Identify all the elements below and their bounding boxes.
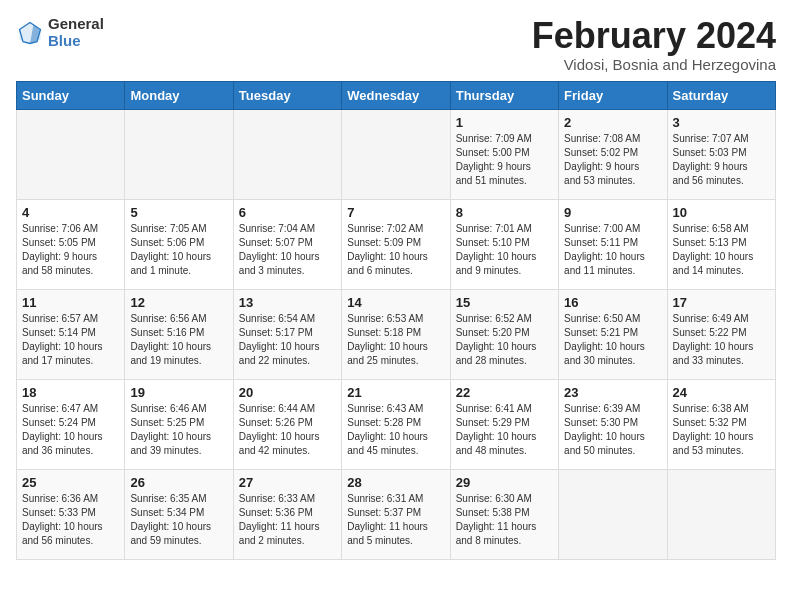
title-block: February 2024 Vidosi, Bosnia and Herzego…	[532, 16, 776, 73]
calendar-week-row: 11Sunrise: 6:57 AM Sunset: 5:14 PM Dayli…	[17, 289, 776, 379]
day-info: Sunrise: 6:49 AM Sunset: 5:22 PM Dayligh…	[673, 312, 770, 368]
day-number: 5	[130, 205, 227, 220]
calendar-cell	[233, 109, 341, 199]
day-info: Sunrise: 6:58 AM Sunset: 5:13 PM Dayligh…	[673, 222, 770, 278]
calendar-cell: 20Sunrise: 6:44 AM Sunset: 5:26 PM Dayli…	[233, 379, 341, 469]
day-info: Sunrise: 7:04 AM Sunset: 5:07 PM Dayligh…	[239, 222, 336, 278]
calendar-cell: 28Sunrise: 6:31 AM Sunset: 5:37 PM Dayli…	[342, 469, 450, 559]
calendar-cell	[559, 469, 667, 559]
weekday-header: Saturday	[667, 81, 775, 109]
day-number: 26	[130, 475, 227, 490]
day-info: Sunrise: 7:01 AM Sunset: 5:10 PM Dayligh…	[456, 222, 553, 278]
calendar-cell: 19Sunrise: 6:46 AM Sunset: 5:25 PM Dayli…	[125, 379, 233, 469]
calendar-cell: 15Sunrise: 6:52 AM Sunset: 5:20 PM Dayli…	[450, 289, 558, 379]
calendar-week-row: 1Sunrise: 7:09 AM Sunset: 5:00 PM Daylig…	[17, 109, 776, 199]
calendar-cell: 10Sunrise: 6:58 AM Sunset: 5:13 PM Dayli…	[667, 199, 775, 289]
calendar-cell: 16Sunrise: 6:50 AM Sunset: 5:21 PM Dayli…	[559, 289, 667, 379]
day-info: Sunrise: 6:31 AM Sunset: 5:37 PM Dayligh…	[347, 492, 444, 548]
day-info: Sunrise: 6:47 AM Sunset: 5:24 PM Dayligh…	[22, 402, 119, 458]
day-info: Sunrise: 6:33 AM Sunset: 5:36 PM Dayligh…	[239, 492, 336, 548]
logo: General Blue	[16, 16, 104, 49]
calendar-week-row: 4Sunrise: 7:06 AM Sunset: 5:05 PM Daylig…	[17, 199, 776, 289]
calendar-cell: 11Sunrise: 6:57 AM Sunset: 5:14 PM Dayli…	[17, 289, 125, 379]
calendar-cell: 21Sunrise: 6:43 AM Sunset: 5:28 PM Dayli…	[342, 379, 450, 469]
calendar-cell: 22Sunrise: 6:41 AM Sunset: 5:29 PM Dayli…	[450, 379, 558, 469]
day-info: Sunrise: 7:07 AM Sunset: 5:03 PM Dayligh…	[673, 132, 770, 188]
day-number: 9	[564, 205, 661, 220]
day-number: 12	[130, 295, 227, 310]
day-info: Sunrise: 6:41 AM Sunset: 5:29 PM Dayligh…	[456, 402, 553, 458]
day-info: Sunrise: 6:44 AM Sunset: 5:26 PM Dayligh…	[239, 402, 336, 458]
weekday-header: Tuesday	[233, 81, 341, 109]
calendar-cell: 6Sunrise: 7:04 AM Sunset: 5:07 PM Daylig…	[233, 199, 341, 289]
calendar-cell	[17, 109, 125, 199]
calendar-cell: 1Sunrise: 7:09 AM Sunset: 5:00 PM Daylig…	[450, 109, 558, 199]
logo-blue: Blue	[48, 33, 104, 50]
calendar-cell: 4Sunrise: 7:06 AM Sunset: 5:05 PM Daylig…	[17, 199, 125, 289]
day-number: 7	[347, 205, 444, 220]
day-number: 29	[456, 475, 553, 490]
calendar-cell: 23Sunrise: 6:39 AM Sunset: 5:30 PM Dayli…	[559, 379, 667, 469]
calendar-table: SundayMondayTuesdayWednesdayThursdayFrid…	[16, 81, 776, 560]
day-number: 19	[130, 385, 227, 400]
calendar-cell: 13Sunrise: 6:54 AM Sunset: 5:17 PM Dayli…	[233, 289, 341, 379]
day-number: 2	[564, 115, 661, 130]
day-info: Sunrise: 6:35 AM Sunset: 5:34 PM Dayligh…	[130, 492, 227, 548]
day-number: 18	[22, 385, 119, 400]
logo-text: General Blue	[48, 16, 104, 49]
day-info: Sunrise: 6:50 AM Sunset: 5:21 PM Dayligh…	[564, 312, 661, 368]
day-number: 21	[347, 385, 444, 400]
day-info: Sunrise: 6:56 AM Sunset: 5:16 PM Dayligh…	[130, 312, 227, 368]
weekday-header: Sunday	[17, 81, 125, 109]
day-number: 15	[456, 295, 553, 310]
month-title: February 2024	[532, 16, 776, 56]
day-info: Sunrise: 6:30 AM Sunset: 5:38 PM Dayligh…	[456, 492, 553, 548]
day-number: 17	[673, 295, 770, 310]
day-info: Sunrise: 6:43 AM Sunset: 5:28 PM Dayligh…	[347, 402, 444, 458]
calendar-body: 1Sunrise: 7:09 AM Sunset: 5:00 PM Daylig…	[17, 109, 776, 559]
location-subtitle: Vidosi, Bosnia and Herzegovina	[532, 56, 776, 73]
weekday-header: Friday	[559, 81, 667, 109]
calendar-cell: 27Sunrise: 6:33 AM Sunset: 5:36 PM Dayli…	[233, 469, 341, 559]
day-number: 20	[239, 385, 336, 400]
calendar-cell	[342, 109, 450, 199]
weekday-row: SundayMondayTuesdayWednesdayThursdayFrid…	[17, 81, 776, 109]
calendar-cell: 29Sunrise: 6:30 AM Sunset: 5:38 PM Dayli…	[450, 469, 558, 559]
day-number: 28	[347, 475, 444, 490]
day-number: 27	[239, 475, 336, 490]
day-info: Sunrise: 6:38 AM Sunset: 5:32 PM Dayligh…	[673, 402, 770, 458]
day-number: 11	[22, 295, 119, 310]
calendar-header: SundayMondayTuesdayWednesdayThursdayFrid…	[17, 81, 776, 109]
weekday-header: Monday	[125, 81, 233, 109]
calendar-cell: 25Sunrise: 6:36 AM Sunset: 5:33 PM Dayli…	[17, 469, 125, 559]
day-number: 3	[673, 115, 770, 130]
day-number: 6	[239, 205, 336, 220]
calendar-cell: 7Sunrise: 7:02 AM Sunset: 5:09 PM Daylig…	[342, 199, 450, 289]
logo-general: General	[48, 16, 104, 33]
day-number: 10	[673, 205, 770, 220]
page-header: General Blue February 2024 Vidosi, Bosni…	[16, 16, 776, 73]
weekday-header: Wednesday	[342, 81, 450, 109]
day-info: Sunrise: 6:52 AM Sunset: 5:20 PM Dayligh…	[456, 312, 553, 368]
calendar-cell	[667, 469, 775, 559]
day-info: Sunrise: 6:53 AM Sunset: 5:18 PM Dayligh…	[347, 312, 444, 368]
day-number: 24	[673, 385, 770, 400]
day-number: 25	[22, 475, 119, 490]
day-info: Sunrise: 7:05 AM Sunset: 5:06 PM Dayligh…	[130, 222, 227, 278]
weekday-header: Thursday	[450, 81, 558, 109]
day-info: Sunrise: 6:46 AM Sunset: 5:25 PM Dayligh…	[130, 402, 227, 458]
day-info: Sunrise: 6:39 AM Sunset: 5:30 PM Dayligh…	[564, 402, 661, 458]
day-info: Sunrise: 6:54 AM Sunset: 5:17 PM Dayligh…	[239, 312, 336, 368]
calendar-cell: 18Sunrise: 6:47 AM Sunset: 5:24 PM Dayli…	[17, 379, 125, 469]
day-number: 16	[564, 295, 661, 310]
day-number: 14	[347, 295, 444, 310]
calendar-cell: 24Sunrise: 6:38 AM Sunset: 5:32 PM Dayli…	[667, 379, 775, 469]
calendar-cell: 17Sunrise: 6:49 AM Sunset: 5:22 PM Dayli…	[667, 289, 775, 379]
calendar-cell: 14Sunrise: 6:53 AM Sunset: 5:18 PM Dayli…	[342, 289, 450, 379]
calendar-cell: 12Sunrise: 6:56 AM Sunset: 5:16 PM Dayli…	[125, 289, 233, 379]
day-info: Sunrise: 7:02 AM Sunset: 5:09 PM Dayligh…	[347, 222, 444, 278]
day-info: Sunrise: 6:57 AM Sunset: 5:14 PM Dayligh…	[22, 312, 119, 368]
day-number: 4	[22, 205, 119, 220]
calendar-cell: 9Sunrise: 7:00 AM Sunset: 5:11 PM Daylig…	[559, 199, 667, 289]
calendar-cell: 8Sunrise: 7:01 AM Sunset: 5:10 PM Daylig…	[450, 199, 558, 289]
